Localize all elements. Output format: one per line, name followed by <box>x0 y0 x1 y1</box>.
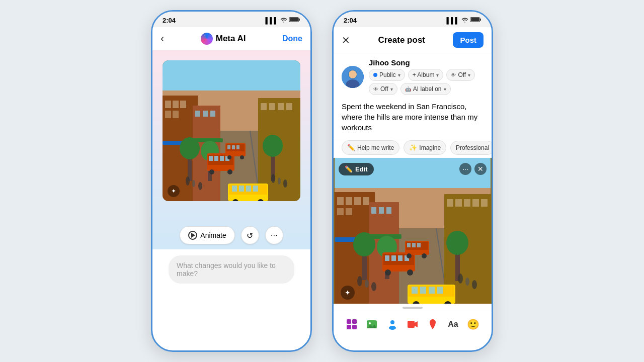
svg-rect-49 <box>239 186 244 192</box>
help-me-write-button[interactable]: ✏️ Help me write <box>342 140 399 155</box>
album-chevron: ▾ <box>436 72 439 78</box>
svg-rect-35 <box>220 156 224 161</box>
svg-point-45 <box>240 155 244 159</box>
controls-row-2: 👁 Off ▾ 🤖 AI label on ▾ <box>369 83 475 95</box>
svg-point-57 <box>271 174 275 183</box>
svg-rect-79 <box>363 197 369 205</box>
more-dots-icon: ··· <box>462 165 468 173</box>
svg-rect-63 <box>480 19 481 21</box>
svg-rect-10 <box>173 101 179 108</box>
bottom-toolbar: Aa 🙂 <box>334 311 492 337</box>
post-text[interactable]: Spent the weekend in San Francisco, wher… <box>334 95 492 137</box>
svg-point-26 <box>180 137 200 159</box>
photo-grid-icon[interactable] <box>342 316 362 332</box>
svg-rect-34 <box>214 156 218 161</box>
svg-point-127 <box>465 278 469 286</box>
svg-rect-64 <box>471 18 479 22</box>
svg-rect-77 <box>346 197 352 205</box>
off-button-1[interactable]: 👁 Off ▾ <box>446 69 475 81</box>
public-chevron: ▾ <box>398 72 400 78</box>
controls-row: Public ▾ + Album ▾ 👁 Off ▾ <box>369 69 475 81</box>
photo-icon[interactable] <box>362 316 382 332</box>
user-row: Jihoo Song Public ▾ + Album ▾ 👁 Off ▾ <box>334 53 492 95</box>
svg-rect-119 <box>429 287 435 294</box>
professional-label: Professional <box>456 144 489 151</box>
emoji-icon[interactable]: 🙂 <box>463 316 484 332</box>
ai-label-chevron: ▾ <box>444 86 446 92</box>
more-button-left[interactable]: ··· <box>265 226 283 244</box>
eye-icon: 👁 <box>451 72 456 78</box>
svg-rect-89 <box>464 199 470 207</box>
imagine-label: Imagine <box>419 144 441 151</box>
right-header: ✕ Create post Post <box>334 27 492 53</box>
close-button[interactable]: ✕ <box>342 34 350 46</box>
image-more-button[interactable]: ··· <box>459 163 471 175</box>
svg-point-58 <box>278 177 281 185</box>
svg-rect-132 <box>352 319 357 324</box>
album-button[interactable]: + Album ▾ <box>408 69 444 81</box>
svg-point-126 <box>458 274 463 284</box>
svg-rect-15 <box>195 111 200 117</box>
wifi-icon-left <box>280 17 287 24</box>
close-x-icon: ✕ <box>477 165 484 173</box>
refresh-button[interactable]: ↺ <box>241 226 259 244</box>
public-button[interactable]: Public ▾ <box>369 69 405 81</box>
svg-rect-134 <box>352 325 357 329</box>
edit-label: Edit <box>355 165 368 173</box>
ai-label-button[interactable]: 🤖 AI label on ▾ <box>400 83 451 95</box>
video-icon[interactable] <box>403 316 423 332</box>
svg-rect-81 <box>346 208 352 215</box>
meta-ai-logo <box>201 33 213 45</box>
off-button-2[interactable]: 👁 Off ▾ <box>369 83 397 95</box>
svg-rect-131 <box>347 319 351 324</box>
image-close-button[interactable]: ✕ <box>474 163 487 175</box>
text-icon[interactable]: Aa <box>443 318 463 331</box>
public-label: Public <box>379 71 396 78</box>
battery-icon-right <box>470 17 481 24</box>
ai-toolbar: ✏️ Help me write ✨ Imagine Professional <box>334 137 492 158</box>
svg-point-44 <box>227 155 231 159</box>
animate-button[interactable]: Animate <box>180 226 234 244</box>
svg-rect-76 <box>337 197 344 205</box>
more-icon-left: ··· <box>271 231 277 240</box>
svg-point-55 <box>192 180 195 187</box>
create-post-title: Create post <box>378 35 425 45</box>
back-button[interactable]: ‹ <box>160 32 164 45</box>
svg-point-56 <box>198 182 202 190</box>
post-button[interactable]: Post <box>453 32 484 48</box>
meta-ai-title-area: Meta AI <box>201 33 246 45</box>
svg-rect-91 <box>481 199 488 207</box>
svg-rect-13 <box>173 111 179 118</box>
off-label-1: Off <box>458 71 466 78</box>
svg-point-139 <box>389 326 396 330</box>
location-icon[interactable] <box>423 316 443 332</box>
right-phone: 2:04 ▌▌▌ ✕ Create post Post <box>332 10 493 352</box>
sf-image-left: ✦ <box>163 60 300 201</box>
svg-point-125 <box>371 282 376 291</box>
svg-rect-9 <box>165 101 171 108</box>
imagine-button[interactable]: ✨ Imagine <box>404 140 446 155</box>
svg-point-54 <box>186 176 190 186</box>
svg-rect-51 <box>253 186 258 192</box>
help-me-write-label: Help me write <box>357 144 394 151</box>
svg-rect-20 <box>269 103 275 110</box>
user-info: Jihoo Song Public ▾ + Album ▾ 👁 Off ▾ <box>369 58 475 95</box>
signal-icon-right: ▌▌▌ <box>446 17 459 24</box>
svg-rect-1 <box>299 19 300 21</box>
bottom-actions: Animate ↺ ··· <box>180 226 283 244</box>
svg-rect-16 <box>203 111 208 117</box>
svg-rect-22 <box>286 103 292 110</box>
svg-point-107 <box>407 269 413 276</box>
svg-rect-43 <box>236 145 239 149</box>
tag-people-icon[interactable] <box>382 316 403 332</box>
edit-button[interactable]: ✏️ Edit <box>339 163 374 175</box>
album-label: + Album <box>413 71 435 78</box>
svg-rect-41 <box>227 145 230 149</box>
left-phone: 2:04 ▌▌▌ ‹ Meta AI Done <box>151 10 312 352</box>
svg-rect-133 <box>347 325 351 329</box>
chat-input[interactable]: What changes would you like to make? <box>169 255 294 284</box>
done-button[interactable]: Done <box>282 34 302 43</box>
professional-button[interactable]: Professional <box>450 141 492 155</box>
svg-point-95 <box>353 232 375 256</box>
svg-rect-104 <box>398 255 403 261</box>
